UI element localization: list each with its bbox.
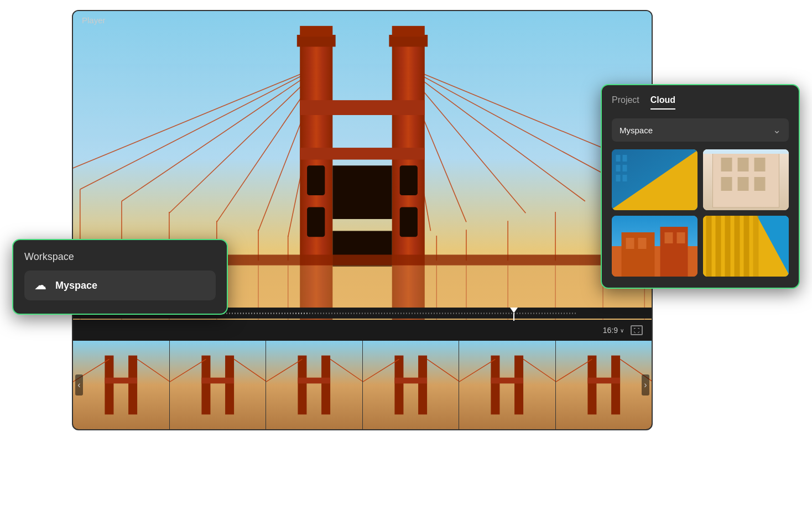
svg-rect-80	[491, 356, 499, 415]
svg-rect-56	[105, 356, 113, 415]
thumbnail-1	[73, 341, 170, 429]
svg-rect-93	[616, 155, 621, 162]
svg-rect-105	[738, 177, 749, 191]
thumbnail-strip: ‹	[73, 341, 652, 429]
strip-prev-button[interactable]: ‹	[75, 374, 83, 395]
aspect-ratio-chevron: ∨	[620, 327, 624, 334]
tab-cloud[interactable]: Cloud	[650, 95, 675, 110]
svg-rect-107	[703, 149, 789, 154]
svg-rect-82	[491, 378, 523, 384]
svg-rect-29	[300, 100, 425, 115]
svg-rect-61	[170, 341, 266, 429]
svg-rect-33	[300, 26, 332, 37]
svg-rect-115	[677, 232, 685, 243]
workspace-item-name: Myspace	[55, 280, 97, 292]
svg-rect-97	[616, 175, 621, 181]
fullscreen-icon: ⛶	[634, 327, 639, 334]
svg-rect-120	[716, 216, 721, 277]
strip-prev-icon: ‹	[77, 380, 80, 390]
svg-rect-114	[665, 232, 673, 243]
playhead-head	[510, 308, 518, 313]
svg-rect-106	[754, 177, 766, 191]
cloud-dropdown[interactable]: Myspace ⌄	[612, 118, 789, 142]
cloud-image-2[interactable]	[703, 149, 789, 210]
svg-rect-98	[623, 175, 627, 181]
svg-rect-37	[400, 165, 418, 195]
svg-rect-104	[721, 177, 732, 191]
aspect-ratio-button[interactable]: 16:9 ∨	[603, 326, 624, 335]
svg-rect-96	[623, 165, 627, 171]
thumbnail-3	[266, 341, 363, 429]
svg-rect-63	[225, 356, 234, 415]
svg-rect-85	[556, 341, 652, 429]
svg-rect-103	[754, 158, 766, 171]
svg-rect-76	[394, 378, 427, 384]
cloud-panel: Project Cloud Myspace ⌄	[601, 84, 800, 289]
svg-rect-102	[738, 158, 749, 171]
svg-rect-39	[332, 165, 392, 219]
svg-rect-73	[363, 341, 459, 429]
svg-rect-69	[321, 356, 330, 415]
workspace-myspace-item[interactable]: ☁ Myspace	[24, 270, 216, 300]
tab-project[interactable]: Project	[612, 95, 639, 110]
cloud-image-grid	[612, 149, 789, 277]
svg-rect-62	[201, 356, 210, 415]
svg-rect-79	[459, 341, 555, 429]
player-title: Player	[82, 15, 106, 25]
player-monitor: Player	[72, 10, 653, 430]
playhead[interactable]	[510, 308, 518, 321]
dropdown-chevron-icon: ⌄	[773, 124, 781, 136]
cloud-image-1[interactable]	[612, 149, 698, 210]
svg-rect-87	[611, 356, 620, 415]
svg-rect-30	[300, 148, 425, 159]
workspace-title: Workspace	[24, 251, 216, 263]
aspect-ratio-label: 16:9	[603, 326, 618, 335]
strip-next-icon: ›	[644, 380, 647, 390]
svg-rect-38	[400, 207, 418, 237]
strip-next-button[interactable]: ›	[642, 374, 649, 395]
bottom-controls: 16:9 ∨ ⛶	[73, 320, 652, 341]
workspace-panel: Workspace ☁ Myspace	[12, 239, 228, 315]
svg-rect-64	[201, 378, 234, 384]
svg-rect-35	[307, 165, 325, 195]
cloud-panel-tabs: Project Cloud	[612, 95, 789, 110]
svg-rect-58	[105, 378, 137, 384]
svg-rect-74	[394, 356, 403, 415]
svg-rect-75	[418, 356, 427, 415]
svg-rect-122	[735, 216, 740, 277]
svg-rect-70	[298, 378, 330, 384]
svg-rect-55	[73, 341, 169, 429]
thumbnail-2	[170, 341, 267, 429]
svg-rect-95	[616, 165, 621, 171]
cloud-image-4[interactable]	[703, 216, 789, 277]
fullscreen-button[interactable]: ⛶	[631, 325, 643, 335]
cloud-dropdown-text: Myspace	[620, 126, 653, 135]
myspace-cloud-icon: ☁	[34, 278, 46, 293]
svg-rect-94	[623, 155, 627, 162]
thumbnail-4	[363, 341, 460, 429]
svg-rect-57	[128, 356, 137, 415]
svg-rect-121	[725, 216, 731, 277]
thumbnail-5	[459, 341, 556, 429]
svg-rect-88	[587, 378, 620, 384]
svg-rect-36	[307, 207, 325, 237]
svg-rect-119	[706, 216, 712, 277]
svg-rect-112	[626, 238, 634, 249]
svg-rect-67	[266, 341, 362, 429]
svg-rect-113	[638, 238, 647, 249]
playhead-line	[513, 313, 514, 321]
svg-rect-34	[392, 26, 425, 37]
svg-rect-123	[744, 216, 749, 277]
thumbnail-6	[556, 341, 652, 429]
svg-rect-81	[514, 356, 523, 415]
svg-rect-124	[753, 216, 759, 277]
svg-rect-86	[587, 356, 596, 415]
svg-rect-101	[721, 158, 732, 171]
cloud-image-3[interactable]	[612, 216, 698, 277]
svg-rect-68	[298, 356, 306, 415]
